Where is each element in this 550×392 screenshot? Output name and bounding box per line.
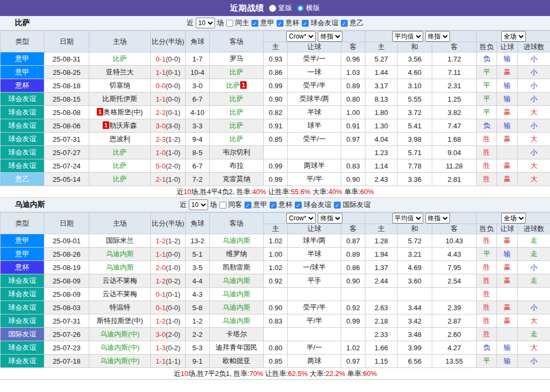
type-badge: 意杯 <box>1 261 44 274</box>
avg-draw-cell: 4.60 <box>398 66 432 79</box>
league-checkbox[interactable]: ✓ <box>277 20 284 27</box>
scope-select[interactable]: 全场 <box>501 31 526 42</box>
avg-draw-cell: 3.99 <box>398 341 432 355</box>
col-header: 日期 <box>44 213 89 234</box>
halftime-score: (1-0) <box>166 264 180 272</box>
odds-source-select[interactable]: Crow* <box>286 213 316 224</box>
avg-away-cell: 4.27 <box>432 341 477 355</box>
layout-radio-vertical[interactable]: 竖版 <box>269 3 292 13</box>
goals-result-cell: 大 <box>518 133 550 146</box>
league-label: 意杯 <box>286 18 300 28</box>
rounds-select[interactable]: 10 <box>196 18 215 28</box>
corner-cell: 7-2 <box>186 173 210 186</box>
fulltime-score: 0-1 <box>156 304 166 312</box>
sub-col-header: 让球 <box>288 42 341 52</box>
handicap-cell: 受平/半 <box>288 301 341 314</box>
avg-draw-cell: 3.48 <box>398 328 432 341</box>
section-2: 乌迪内斯近10场同客✓意甲✓意杯✓球会友谊✓国际友谊类型日期主场比分(半场)角球… <box>0 198 550 380</box>
team-label: 比萨 <box>230 95 243 103</box>
scope-select[interactable]: 全场 <box>501 213 526 224</box>
odds-home-cell: 0.91 <box>264 119 288 133</box>
corner-cell: 13-2 <box>186 234 210 248</box>
league-label: 球会友谊 <box>304 200 332 210</box>
home-team-cell: 比萨 <box>89 159 151 173</box>
avg-select[interactable]: 平均值 <box>392 213 423 224</box>
radio-unchecked-icon[interactable] <box>269 5 276 12</box>
handicap-cell: 平手 <box>288 274 341 288</box>
match-row: 球会友谊25-08-03特温特0-1(0-0)5-8乌迪内斯0.90受平/半0.… <box>1 301 550 314</box>
layout-radio-horizontal[interactable]: 横版 <box>297 3 320 13</box>
avg-time-select[interactable]: 终指 <box>425 31 450 42</box>
result-cell: 胜 <box>477 288 497 301</box>
team-name: 乌迪内斯 <box>15 200 45 210</box>
same-venue-checkbox[interactable] <box>219 202 226 209</box>
handicap-result-cell <box>497 288 518 301</box>
league-checkbox[interactable]: ✓ <box>341 20 348 27</box>
team-label: 比萨 <box>226 81 240 89</box>
away-team-cell: 比萨 <box>210 106 264 119</box>
league-checkbox[interactable]: ✓ <box>295 202 302 209</box>
away-team-cell: 乌迪内斯 <box>210 301 264 314</box>
goals-result-cell: 小 <box>518 93 550 106</box>
red-card-icon: 1 <box>97 108 103 116</box>
avg-draw-cell: 5.71 <box>398 146 432 159</box>
avg-select[interactable]: 平均值 <box>392 31 423 42</box>
goals-result-cell: 小 <box>518 52 550 66</box>
halftime-score: (0-2) <box>166 344 180 352</box>
away-team-cell: 维罗纳 <box>210 248 264 261</box>
league-checkbox[interactable]: ✓ <box>334 202 341 209</box>
match-row: 意甲25-09-01国际米兰1-2(1-2)13-2乌迪内斯1.02球半/两0.… <box>1 234 550 248</box>
summary-text: 近10场,胜4平4负2, 胜率:40% 让胜率:55.6% 大率:40% 单率:… <box>1 186 550 198</box>
league-checkbox[interactable]: ✓ <box>302 20 309 27</box>
halftime-score: (2-0) <box>166 162 180 170</box>
matches-label: 场 <box>217 18 224 28</box>
handicap-result-cell: 输 <box>497 355 518 368</box>
goals-result-cell: 小 <box>518 355 550 368</box>
corner-cell: 9-4 <box>186 133 210 146</box>
handicap-cell: 受半/一 <box>288 52 341 66</box>
radio-checked-icon[interactable] <box>297 5 304 12</box>
rounds-select[interactable]: 10 <box>189 199 208 210</box>
page-title: 近期战绩 <box>230 3 264 13</box>
odds-home-cell: 0.85 <box>264 355 288 368</box>
type-badge: 球会友谊 <box>1 106 44 119</box>
odds-time-select[interactable]: 终指 <box>318 31 342 42</box>
fulltime-score: 0-1 <box>156 55 166 63</box>
date-cell: 25-08-31 <box>44 52 89 66</box>
score-cell: 3-0(2-0) <box>151 328 186 341</box>
handicap-cell: 半球 <box>288 248 341 261</box>
match-row: 球会友谊25-08-15比斯托伊斯1-1(0-0)6-7比萨0.90受球半/两0… <box>1 93 550 106</box>
avg-home-cell: 1.37 <box>365 261 398 274</box>
handicap-cell: 半/一 <box>288 341 341 355</box>
result-cell: 胜 <box>477 133 497 146</box>
league-checkbox[interactable]: ✓ <box>251 20 258 27</box>
handicap-cell: 平/半 <box>288 314 341 328</box>
odds-home-cell: 0.92 <box>264 274 288 288</box>
avg-draw-cell: 6.56 <box>398 355 432 368</box>
col-header: 客场 <box>210 213 264 234</box>
avg-time-select[interactable]: 终指 <box>425 213 450 224</box>
odds-away-cell: 0.97 <box>341 133 365 146</box>
recent-label: 近 <box>187 18 194 28</box>
goals-result-cell: 小 <box>518 119 550 133</box>
home-team-cell: 乌迪内斯 <box>89 261 151 274</box>
away-team-cell: 欧帕提亚 <box>210 355 264 368</box>
avg-draw-cell: 3.60 <box>398 274 432 288</box>
match-row: 球会友谊25-07-18乌迪内斯(中)1-1(1-1)9-1欧帕提亚0.85两球… <box>1 355 550 368</box>
odds-time-select[interactable]: 终指 <box>318 213 342 224</box>
odds-home-cell: 0.99 <box>264 159 288 173</box>
odds-source-select[interactable]: Crow* <box>286 31 316 42</box>
handicap-result-cell: 输 <box>497 79 518 93</box>
goals-result-cell: 走 <box>518 328 550 341</box>
league-checkbox[interactable]: ✓ <box>270 202 277 209</box>
team-label: 韦尔切利 <box>223 148 250 156</box>
halftime-score: (1-0) <box>166 149 180 157</box>
odds-home-cell: 0.99 <box>264 173 288 186</box>
league-checkbox[interactable]: ✓ <box>245 202 251 209</box>
summary-segment: 单率: <box>345 370 363 378</box>
col-header: 比分(半场) <box>151 31 186 52</box>
home-team-cell: 1奥格斯堡(中) <box>89 106 151 119</box>
avg-draw-cell <box>398 288 432 301</box>
team-label: 乌迪内斯 <box>223 303 250 311</box>
same-venue-checkbox[interactable] <box>226 20 233 27</box>
